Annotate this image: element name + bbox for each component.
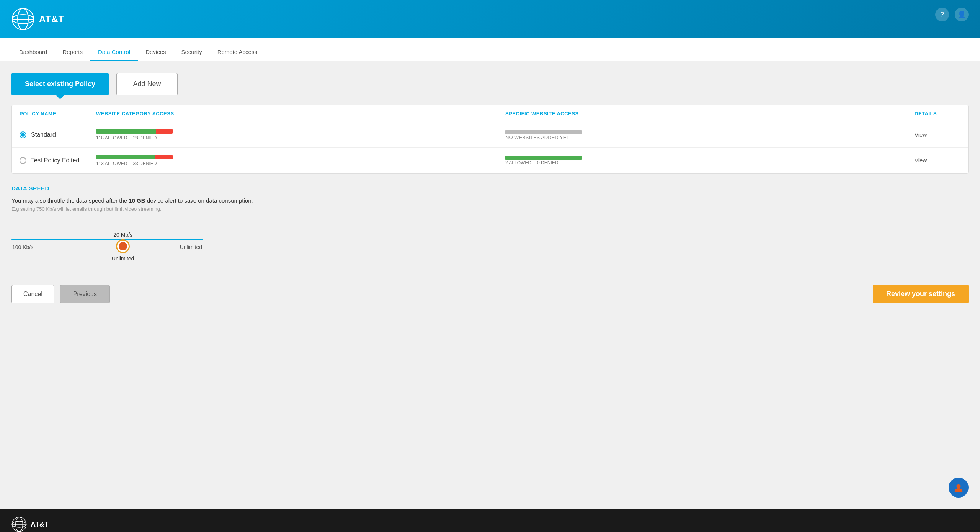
nav-reports[interactable]: Reports: [55, 44, 90, 61]
nav-remote-access[interactable]: Remote Access: [210, 44, 265, 61]
denied-label-standard: 28 DENIED: [133, 135, 157, 141]
previous-button[interactable]: Previous: [60, 285, 110, 303]
nav-security[interactable]: Security: [174, 44, 210, 61]
specific-labels-standard: NO WEBSITES ADDED YET: [505, 134, 915, 140]
left-action-buttons: Cancel Previous: [11, 285, 110, 303]
specific-bar-standard: [505, 130, 582, 134]
action-buttons: Cancel Previous Review your settings: [11, 277, 969, 311]
policy-name-cell: Standard: [20, 131, 96, 138]
slider-below-label: Unlimited: [112, 255, 134, 262]
bar-labels-standard: 118 ALLOWED 28 DENIED: [96, 135, 505, 141]
data-speed-desc: You may also throttle the data speed aft…: [11, 197, 969, 204]
view-link-test[interactable]: View: [915, 157, 927, 164]
header-icons: ? 👤: [935, 8, 969, 21]
policy-name-cell-2: Test Policy Edited: [20, 157, 96, 164]
slider-value-label: 20 Mb/s: [113, 232, 132, 238]
col-website-category: WEBSITE CATEGORY ACCESS: [96, 111, 505, 116]
col-details: DETAILS: [915, 111, 960, 116]
data-speed-title: DATA SPEED: [11, 185, 969, 192]
main-content: Select existing Policy Add New POLICY NA…: [0, 61, 980, 509]
nav-dashboard[interactable]: Dashboard: [11, 44, 55, 61]
speed-slider-wrapper: 20 Mb/s Unlimited 100 Kb/s Unlimited: [11, 223, 203, 262]
slider-track: 20 Mb/s Unlimited: [11, 239, 203, 240]
view-cell-test: View: [915, 157, 960, 164]
help-button[interactable]: ?: [935, 8, 949, 21]
nav-data-control[interactable]: Data Control: [90, 44, 138, 61]
user-button[interactable]: 👤: [955, 8, 969, 21]
bar-red-test: [155, 155, 173, 159]
specific-allowed-test: 2 ALLOWED: [505, 160, 531, 165]
col-specific-website: SPECIFIC WEBSITE ACCESS: [505, 111, 915, 116]
footer-logo-text: AT&T: [31, 521, 49, 529]
desc-pre: You may also throttle the data speed aft…: [11, 197, 129, 204]
att-logo-icon: [11, 8, 34, 31]
radio-unselected-icon[interactable]: [20, 157, 26, 164]
add-new-policy-button[interactable]: Add New: [116, 73, 178, 95]
logo-area: AT&T: [11, 8, 64, 31]
category-bar-standard: [96, 129, 173, 134]
footer-att-logo-icon: [11, 517, 27, 532]
desc-bold: 10 GB: [129, 197, 145, 204]
denied-label-test: 33 DENIED: [133, 161, 157, 166]
no-websites-label: NO WEBSITES ADDED YET: [505, 134, 569, 140]
category-access-standard: 118 ALLOWED 28 DENIED: [96, 129, 505, 141]
allowed-label-test: 113 ALLOWED: [96, 161, 127, 166]
footer-logo: AT&T: [11, 517, 49, 532]
slider-bottom-labels: 100 Kb/s Unlimited: [11, 244, 203, 250]
table-row: Standard 118 ALLOWED 28 DENIED NO WEBSIT…: [12, 122, 968, 148]
col-policy-name: POLICY NAME: [20, 111, 96, 116]
data-speed-section: DATA SPEED You may also throttle the dat…: [11, 185, 969, 262]
desc-post: device alert to save on data consumption…: [145, 197, 253, 204]
slider-thumb-inner: [119, 242, 127, 250]
bar-labels-test: 113 ALLOWED 33 DENIED: [96, 161, 505, 166]
nav-devices[interactable]: Devices: [138, 44, 173, 61]
allowed-label-standard: 118 ALLOWED: [96, 135, 127, 141]
bar-red-standard: [156, 129, 173, 134]
specific-labels-test: 2 ALLOWED 0 DENIED: [505, 160, 915, 165]
slider-min-label: 100 Kb/s: [12, 244, 33, 250]
bar-green-specific-test: [505, 156, 582, 160]
svg-point-9: [956, 484, 960, 488]
specific-access-standard: NO WEBSITES ADDED YET: [505, 130, 915, 140]
specific-denied-test: 0 DENIED: [537, 160, 558, 165]
radio-selected-icon[interactable]: [20, 131, 26, 138]
policy-name-standard: Standard: [31, 131, 56, 138]
footer: AT&T: [0, 509, 980, 532]
slider-thumb-wrapper: 20 Mb/s Unlimited: [112, 232, 134, 262]
data-speed-example: E.g setting 750 Kb/s will let emails thr…: [11, 206, 969, 212]
chat-bubble[interactable]: [949, 478, 969, 498]
view-link-standard[interactable]: View: [915, 131, 927, 138]
bar-green-standard: [96, 129, 156, 134]
table-row: Test Policy Edited 113 ALLOWED 33 DENIED…: [12, 148, 968, 173]
policy-name-test: Test Policy Edited: [31, 157, 79, 164]
header: AT&T ? 👤: [0, 0, 980, 38]
chat-person-icon: [953, 482, 964, 493]
bar-gray-standard: [505, 130, 582, 134]
nav-bar: Dashboard Reports Data Control Devices S…: [0, 38, 980, 61]
specific-access-test: 2 ALLOWED 0 DENIED: [505, 156, 915, 165]
policy-buttons-row: Select existing Policy Add New: [11, 73, 969, 95]
specific-bar-test: [505, 156, 582, 160]
slider-thumb[interactable]: [116, 239, 130, 253]
view-cell-standard: View: [915, 131, 960, 138]
cancel-button[interactable]: Cancel: [11, 285, 54, 303]
category-access-test: 113 ALLOWED 33 DENIED: [96, 155, 505, 166]
logo-text: AT&T: [39, 14, 64, 25]
table-header: POLICY NAME WEBSITE CATEGORY ACCESS SPEC…: [12, 105, 968, 122]
review-settings-button[interactable]: Review your settings: [873, 285, 969, 303]
category-bar-test: [96, 155, 173, 159]
slider-max-label: Unlimited: [180, 244, 202, 250]
select-existing-policy-button[interactable]: Select existing Policy: [11, 73, 109, 95]
bar-green-test: [96, 155, 155, 159]
policy-table: POLICY NAME WEBSITE CATEGORY ACCESS SPEC…: [11, 105, 969, 174]
